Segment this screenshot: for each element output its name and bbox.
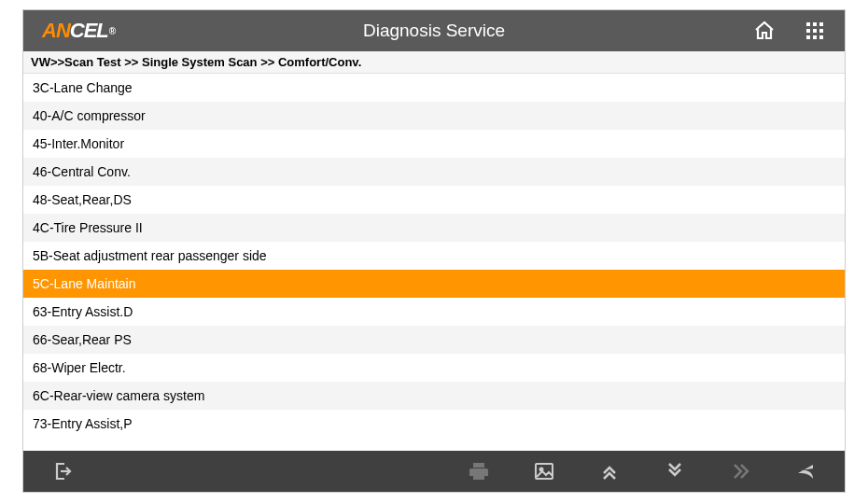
list-item[interactable]: 73-Entry Assist,P <box>23 410 845 438</box>
back-icon[interactable] <box>794 460 817 482</box>
svg-rect-4 <box>813 29 817 33</box>
system-list[interactable]: 3C-Lane Change40-A/C compressor45-Inter.… <box>23 74 845 451</box>
list-item[interactable]: 66-Sear,Rear PS <box>23 326 845 354</box>
list-item[interactable]: 5C-Lane Maintain <box>23 270 845 298</box>
list-item[interactable]: 63-Entry Assist.D <box>23 298 845 326</box>
scroll-up-icon[interactable] <box>598 460 621 482</box>
svg-rect-0 <box>806 22 810 26</box>
list-item[interactable]: 40-A/C compressor <box>23 102 845 130</box>
list-item[interactable]: 48-Seat,Rear,DS <box>23 186 845 214</box>
image-icon[interactable] <box>533 460 555 482</box>
apps-grid-icon[interactable] <box>804 20 826 42</box>
brand-logo: ANCEL® <box>42 19 115 43</box>
list-item[interactable]: 46-Central Conv. <box>23 158 845 186</box>
svg-rect-2 <box>819 22 823 26</box>
svg-rect-6 <box>806 35 810 39</box>
footer-bar <box>23 451 845 492</box>
page-title: Diagnosis Service <box>363 21 505 41</box>
list-item[interactable]: 68-Wiper Electr. <box>23 354 845 382</box>
logo-part2: CEL <box>70 19 108 43</box>
svg-rect-5 <box>819 29 823 33</box>
list-item[interactable]: 4C-Tire Pressure II <box>23 214 845 242</box>
list-item[interactable]: 5B-Seat adjustment rear passenger side <box>23 242 845 270</box>
svg-rect-1 <box>813 22 817 26</box>
breadcrumb: VW>>Scan Test >> Single System Scan >> C… <box>23 51 845 74</box>
app-frame: ANCEL® Diagnosis Service VW>>Scan Test >… <box>22 9 846 493</box>
svg-rect-8 <box>819 35 823 39</box>
home-icon[interactable] <box>753 20 776 42</box>
logo-part1: AN <box>42 19 70 43</box>
svg-rect-3 <box>806 29 810 33</box>
scroll-down-icon[interactable] <box>664 460 686 482</box>
list-item[interactable]: 3C-Lane Change <box>23 74 845 102</box>
forward-icon[interactable] <box>729 460 751 482</box>
logo-registered: ® <box>109 26 115 36</box>
header-bar: ANCEL® Diagnosis Service <box>23 10 845 51</box>
print-icon[interactable] <box>468 460 490 482</box>
exit-icon[interactable] <box>51 460 74 482</box>
list-item[interactable]: 6C-Rear-view camera system <box>23 382 845 410</box>
list-item[interactable]: 45-Inter.Monitor <box>23 130 845 158</box>
svg-rect-7 <box>813 35 817 39</box>
header-icons <box>753 20 826 42</box>
